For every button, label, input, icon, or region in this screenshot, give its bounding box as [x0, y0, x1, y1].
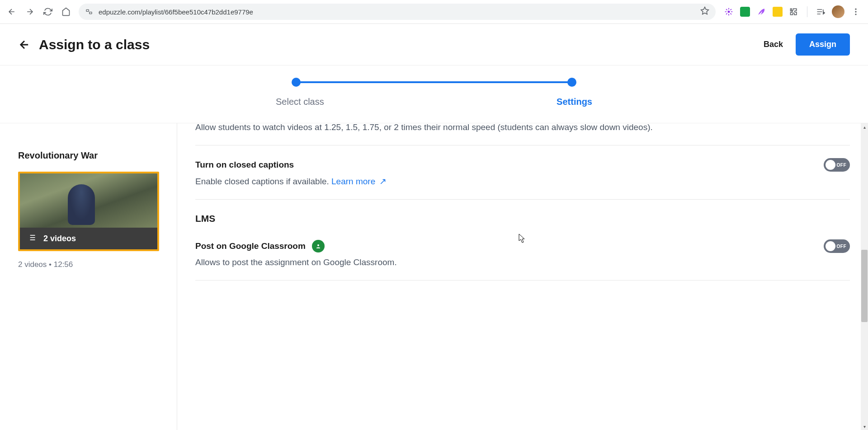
back-button[interactable]: Back [764, 40, 783, 49]
svg-point-5 [855, 11, 856, 12]
extension-icon-2[interactable] [740, 7, 750, 17]
svg-marker-2 [701, 7, 709, 14]
cc-toggle[interactable]: OFF [824, 158, 850, 172]
header-back-arrow[interactable] [18, 38, 31, 51]
extension-icon-3[interactable] [756, 7, 766, 17]
browser-reload-button[interactable] [40, 4, 56, 20]
browser-menu-icon[interactable] [851, 7, 861, 17]
playlist-icon [27, 233, 36, 244]
page-header: Assign to a class Back Assign [0, 24, 868, 65]
site-info-icon[interactable] [85, 8, 93, 16]
gc-title: Post on Google Classroom [195, 241, 306, 251]
address-bar[interactable]: edpuzzle.com/playlist/66f5bee510c47b2dd1… [79, 4, 716, 20]
svg-rect-1 [90, 12, 92, 14]
svg-point-4 [855, 9, 856, 10]
toolbar-divider [807, 6, 807, 17]
svg-rect-0 [86, 9, 89, 11]
thumbnail-info-bar: 2 videos [20, 228, 157, 249]
media-control-icon[interactable] [816, 7, 826, 17]
extensions-area [720, 5, 864, 18]
browser-home-button[interactable] [58, 4, 74, 20]
extensions-menu-icon[interactable] [789, 7, 799, 17]
playlist-meta: 2 videos • 12:56 [18, 260, 159, 269]
browser-back-button[interactable] [4, 4, 20, 20]
assign-button[interactable]: Assign [796, 33, 850, 56]
extension-icon-1[interactable] [724, 7, 734, 17]
svg-point-6 [855, 14, 856, 15]
extension-icon-4[interactable] [773, 7, 783, 17]
step-select-class[interactable]: Select class [276, 97, 324, 107]
cc-learn-more-link[interactable]: Learn more [331, 177, 375, 186]
progress-stepper: Select class Settings [0, 65, 868, 123]
sidebar: Revolutionary War 2 videos 2 videos • 12… [0, 123, 177, 430]
url-text: edpuzzle.com/playlist/66f5bee510c47b2dd1… [99, 8, 695, 16]
toggle-off-label: OFF [837, 163, 847, 168]
google-classroom-icon [312, 240, 325, 252]
settings-panel: Allow students to watch videos at 1.25, … [177, 123, 868, 430]
step-settings[interactable]: Settings [557, 97, 592, 107]
google-classroom-setting: Post on Google Classroom OFF Allows to p… [195, 227, 850, 280]
toggle-knob [826, 241, 835, 251]
svg-point-13 [317, 244, 319, 246]
browser-forward-button[interactable] [22, 4, 38, 20]
toggle-off-label: OFF [837, 244, 847, 249]
cc-title: Turn on closed captions [195, 160, 294, 170]
progress-bar [296, 81, 572, 83]
svg-point-3 [728, 11, 730, 13]
scroll-thumb[interactable] [861, 250, 868, 322]
video-count: 2 videos [43, 234, 76, 243]
scrollbar[interactable]: ▴ ▾ [861, 123, 868, 430]
gc-description: Allows to post the assignment on Google … [195, 257, 850, 267]
closed-captions-setting: Turn on closed captions OFF Enable close… [195, 145, 850, 200]
profile-avatar[interactable] [832, 5, 844, 18]
speed-setting-description: Allow students to watch videos at 1.25, … [195, 123, 850, 145]
page-title: Assign to a class [39, 37, 764, 52]
thumbnail-image [20, 173, 157, 228]
content-area: Revolutionary War 2 videos 2 videos • 12… [0, 123, 868, 430]
browser-toolbar: edpuzzle.com/playlist/66f5bee510c47b2dd1… [0, 0, 868, 24]
external-link-icon: ↗ [377, 177, 387, 186]
cc-description: Enable closed captions if available. Lea… [195, 176, 850, 187]
gc-toggle[interactable]: OFF [824, 239, 850, 253]
lms-section-heading: LMS [195, 213, 850, 224]
progress-step-1-dot[interactable] [292, 78, 301, 87]
progress-step-2-dot[interactable] [567, 78, 576, 87]
scroll-up-arrow[interactable]: ▴ [861, 123, 868, 131]
playlist-title: Revolutionary War [18, 150, 159, 161]
playlist-thumbnail[interactable]: 2 videos [18, 172, 159, 251]
toggle-knob [826, 160, 835, 170]
scroll-down-arrow[interactable]: ▾ [861, 423, 868, 430]
bookmark-star-icon[interactable] [700, 6, 709, 17]
